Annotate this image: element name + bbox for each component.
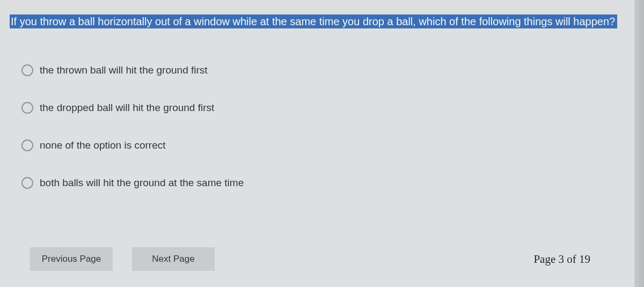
question-highlight: If you throw a ball horizontally out of …	[10, 14, 617, 28]
page-indicator: Page 3 of 19	[533, 253, 590, 266]
quiz-page: If you throw a ball horizontally out of …	[0, 0, 644, 287]
next-page-button[interactable]: Next Page	[132, 247, 215, 271]
radio-icon	[21, 102, 33, 114]
option-0[interactable]: the thrown ball will hit the ground firs…	[21, 64, 244, 76]
radio-icon	[21, 64, 33, 76]
radio-icon	[21, 177, 33, 189]
previous-page-button[interactable]: Previous Page	[30, 247, 113, 271]
footer: Previous Page Next Page Page 3 of 19	[0, 247, 644, 271]
option-label: the dropped ball will hit the ground fir…	[40, 102, 214, 114]
question-text: If you throw a ball horizontally out of …	[10, 13, 617, 30]
options-group: the thrown ball will hit the ground firs…	[21, 64, 244, 215]
option-label: none of the option is correct	[40, 139, 165, 151]
option-label: the thrown ball will hit the ground firs…	[40, 64, 208, 76]
option-1[interactable]: the dropped ball will hit the ground fir…	[21, 102, 244, 114]
scrollbar-track[interactable]	[634, 0, 644, 287]
option-3[interactable]: both balls will hit the ground at the sa…	[21, 177, 244, 189]
radio-icon	[21, 139, 33, 151]
option-2[interactable]: none of the option is correct	[21, 139, 244, 151]
option-label: both balls will hit the ground at the sa…	[40, 177, 244, 189]
